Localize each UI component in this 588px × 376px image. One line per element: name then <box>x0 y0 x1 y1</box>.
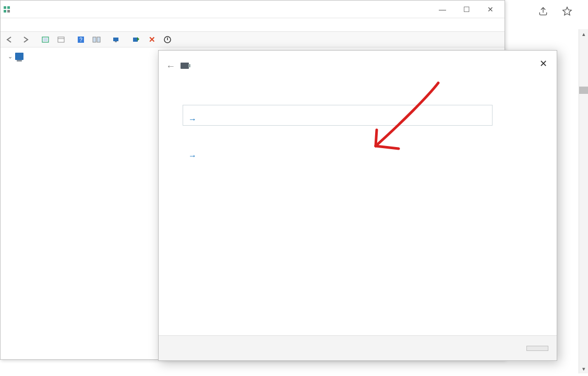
menu-bar <box>1 18 505 32</box>
favorite-star-icon[interactable] <box>562 6 572 19</box>
arrow-right-icon: → <box>188 115 197 124</box>
svg-rect-12 <box>113 38 118 41</box>
minimize-button[interactable]: — <box>430 1 454 18</box>
update-drivers-dialog: ✕ ← → → <box>158 50 557 361</box>
dialog-close-button[interactable]: ✕ <box>539 58 547 69</box>
dialog-header: ← <box>159 51 557 82</box>
scroll-thumb[interactable] <box>579 87 588 94</box>
svg-text:?: ? <box>79 37 82 43</box>
dialog-footer <box>159 335 557 360</box>
svg-rect-0 <box>4 6 6 9</box>
maximize-button[interactable]: ☐ <box>454 1 478 18</box>
close-button[interactable]: ✕ <box>478 1 502 18</box>
svg-rect-2 <box>4 10 6 13</box>
forward-button[interactable] <box>18 33 33 46</box>
tool-show-hidden[interactable] <box>38 33 53 46</box>
scroll-up-icon[interactable]: ▴ <box>579 29 588 39</box>
tool-properties[interactable] <box>54 33 68 46</box>
option-browse-computer[interactable]: → <box>183 141 493 162</box>
titlebar[interactable]: — ☐ ✕ <box>1 1 505 18</box>
scroll-down-icon[interactable]: ▾ <box>579 364 588 373</box>
collapse-icon[interactable]: ⌄ <box>6 51 14 62</box>
tool-scan-hardware[interactable] <box>109 33 124 46</box>
svg-rect-1 <box>7 6 10 9</box>
svg-rect-11 <box>97 37 100 42</box>
dialog-back-button[interactable]: ← <box>166 61 181 72</box>
network-card-icon <box>181 63 193 70</box>
cancel-button[interactable] <box>526 346 548 351</box>
network-adapter-icon <box>14 53 25 60</box>
menu-help[interactable] <box>40 24 44 26</box>
svg-rect-3 <box>7 10 10 13</box>
app-icon <box>3 5 11 14</box>
svg-rect-10 <box>93 37 96 42</box>
tool-uninstall[interactable]: ✕ <box>145 33 159 46</box>
tool-update-driver[interactable] <box>129 33 143 46</box>
menu-view[interactable] <box>29 24 33 26</box>
back-button[interactable] <box>3 33 17 46</box>
menu-action[interactable] <box>17 24 21 26</box>
svg-rect-13 <box>115 41 117 42</box>
menu-file[interactable] <box>6 24 10 26</box>
svg-rect-5 <box>43 38 47 41</box>
tool-disable[interactable] <box>160 33 175 46</box>
page-scrollbar[interactable]: ▴ ▾ <box>579 29 588 373</box>
toolbar: ? ✕ <box>1 32 505 47</box>
arrow-right-icon: → <box>188 151 197 161</box>
share-icon[interactable] <box>538 6 548 19</box>
option-search-automatically[interactable]: → <box>183 105 493 126</box>
svg-rect-6 <box>58 37 64 42</box>
tool-help[interactable]: ? <box>74 33 88 46</box>
svg-rect-14 <box>133 38 138 42</box>
tool-device-view[interactable] <box>89 33 104 46</box>
